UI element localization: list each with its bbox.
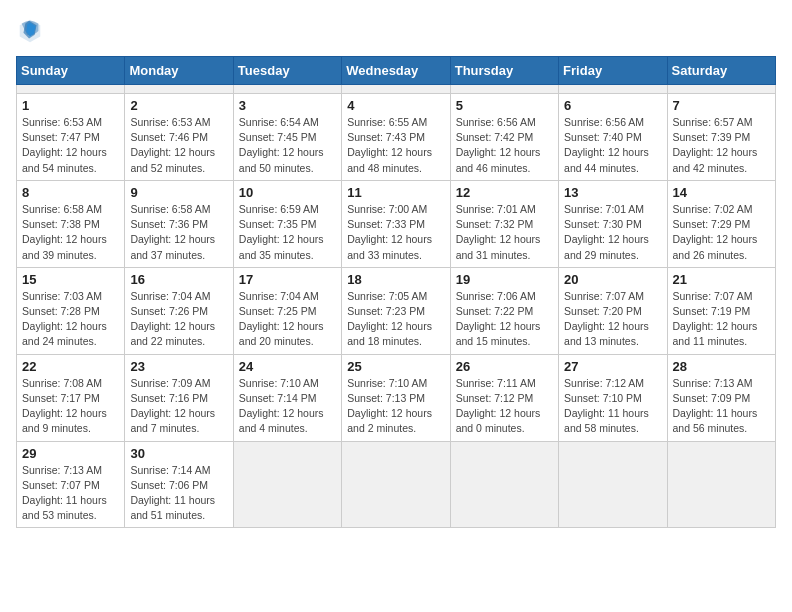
day-info: Sunrise: 6:56 AMSunset: 7:42 PMDaylight:… [456,115,553,176]
calendar-cell: 22Sunrise: 7:08 AMSunset: 7:17 PMDayligh… [17,354,125,441]
calendar-cell: 20Sunrise: 7:07 AMSunset: 7:20 PMDayligh… [559,267,667,354]
day-number: 14 [673,185,770,200]
calendar-cell: 29Sunrise: 7:13 AMSunset: 7:07 PMDayligh… [17,441,125,528]
day-number: 11 [347,185,444,200]
calendar-cell: 2Sunrise: 6:53 AMSunset: 7:46 PMDaylight… [125,94,233,181]
day-info: Sunrise: 6:53 AMSunset: 7:47 PMDaylight:… [22,115,119,176]
day-info: Sunrise: 6:58 AMSunset: 7:36 PMDaylight:… [130,202,227,263]
day-number: 10 [239,185,336,200]
calendar-cell [559,85,667,94]
day-number: 19 [456,272,553,287]
day-number: 20 [564,272,661,287]
calendar-week-0 [17,85,776,94]
calendar-cell: 26Sunrise: 7:11 AMSunset: 7:12 PMDayligh… [450,354,558,441]
calendar-week-5: 29Sunrise: 7:13 AMSunset: 7:07 PMDayligh… [17,441,776,528]
day-number: 1 [22,98,119,113]
day-number: 8 [22,185,119,200]
calendar-cell: 5Sunrise: 6:56 AMSunset: 7:42 PMDaylight… [450,94,558,181]
calendar-cell [17,85,125,94]
day-info: Sunrise: 7:07 AMSunset: 7:19 PMDaylight:… [673,289,770,350]
day-number: 25 [347,359,444,374]
calendar-cell: 21Sunrise: 7:07 AMSunset: 7:19 PMDayligh… [667,267,775,354]
calendar-cell: 15Sunrise: 7:03 AMSunset: 7:28 PMDayligh… [17,267,125,354]
day-info: Sunrise: 7:14 AMSunset: 7:06 PMDaylight:… [130,463,227,524]
logo-icon [16,16,44,44]
calendar-cell: 14Sunrise: 7:02 AMSunset: 7:29 PMDayligh… [667,180,775,267]
day-info: Sunrise: 6:53 AMSunset: 7:46 PMDaylight:… [130,115,227,176]
logo [16,16,48,44]
day-info: Sunrise: 6:55 AMSunset: 7:43 PMDaylight:… [347,115,444,176]
day-info: Sunrise: 7:02 AMSunset: 7:29 PMDaylight:… [673,202,770,263]
day-number: 9 [130,185,227,200]
day-info: Sunrise: 7:04 AMSunset: 7:26 PMDaylight:… [130,289,227,350]
day-number: 23 [130,359,227,374]
calendar-cell [233,85,341,94]
day-number: 15 [22,272,119,287]
calendar-header-saturday: Saturday [667,57,775,85]
calendar-cell: 23Sunrise: 7:09 AMSunset: 7:16 PMDayligh… [125,354,233,441]
calendar-cell: 28Sunrise: 7:13 AMSunset: 7:09 PMDayligh… [667,354,775,441]
day-info: Sunrise: 7:09 AMSunset: 7:16 PMDaylight:… [130,376,227,437]
calendar-cell: 24Sunrise: 7:10 AMSunset: 7:14 PMDayligh… [233,354,341,441]
calendar-cell: 30Sunrise: 7:14 AMSunset: 7:06 PMDayligh… [125,441,233,528]
day-number: 5 [456,98,553,113]
calendar-cell: 3Sunrise: 6:54 AMSunset: 7:45 PMDaylight… [233,94,341,181]
calendar-header-tuesday: Tuesday [233,57,341,85]
day-info: Sunrise: 7:00 AMSunset: 7:33 PMDaylight:… [347,202,444,263]
day-number: 18 [347,272,444,287]
day-number: 21 [673,272,770,287]
calendar-header-thursday: Thursday [450,57,558,85]
day-number: 30 [130,446,227,461]
calendar-header-friday: Friday [559,57,667,85]
day-number: 22 [22,359,119,374]
day-info: Sunrise: 6:56 AMSunset: 7:40 PMDaylight:… [564,115,661,176]
calendar-cell [559,441,667,528]
calendar-cell [667,441,775,528]
day-number: 29 [22,446,119,461]
day-info: Sunrise: 7:08 AMSunset: 7:17 PMDaylight:… [22,376,119,437]
calendar-cell [342,441,450,528]
day-number: 16 [130,272,227,287]
day-info: Sunrise: 6:57 AMSunset: 7:39 PMDaylight:… [673,115,770,176]
day-info: Sunrise: 7:12 AMSunset: 7:10 PMDaylight:… [564,376,661,437]
day-number: 2 [130,98,227,113]
calendar-cell: 4Sunrise: 6:55 AMSunset: 7:43 PMDaylight… [342,94,450,181]
calendar-cell: 7Sunrise: 6:57 AMSunset: 7:39 PMDaylight… [667,94,775,181]
calendar-week-2: 8Sunrise: 6:58 AMSunset: 7:38 PMDaylight… [17,180,776,267]
calendar-header-sunday: Sunday [17,57,125,85]
calendar-cell [667,85,775,94]
day-info: Sunrise: 7:10 AMSunset: 7:13 PMDaylight:… [347,376,444,437]
calendar-week-1: 1Sunrise: 6:53 AMSunset: 7:47 PMDaylight… [17,94,776,181]
calendar-cell: 10Sunrise: 6:59 AMSunset: 7:35 PMDayligh… [233,180,341,267]
calendar-header-row: SundayMondayTuesdayWednesdayThursdayFrid… [17,57,776,85]
day-info: Sunrise: 7:03 AMSunset: 7:28 PMDaylight:… [22,289,119,350]
day-number: 7 [673,98,770,113]
day-info: Sunrise: 6:59 AMSunset: 7:35 PMDaylight:… [239,202,336,263]
calendar-cell: 27Sunrise: 7:12 AMSunset: 7:10 PMDayligh… [559,354,667,441]
day-number: 28 [673,359,770,374]
calendar-week-4: 22Sunrise: 7:08 AMSunset: 7:17 PMDayligh… [17,354,776,441]
calendar-cell [450,85,558,94]
calendar-cell: 25Sunrise: 7:10 AMSunset: 7:13 PMDayligh… [342,354,450,441]
calendar-cell: 8Sunrise: 6:58 AMSunset: 7:38 PMDaylight… [17,180,125,267]
day-info: Sunrise: 7:04 AMSunset: 7:25 PMDaylight:… [239,289,336,350]
day-number: 27 [564,359,661,374]
calendar-cell: 9Sunrise: 6:58 AMSunset: 7:36 PMDaylight… [125,180,233,267]
calendar-header-wednesday: Wednesday [342,57,450,85]
calendar-cell [342,85,450,94]
day-number: 26 [456,359,553,374]
day-info: Sunrise: 7:13 AMSunset: 7:09 PMDaylight:… [673,376,770,437]
day-number: 3 [239,98,336,113]
calendar-cell: 17Sunrise: 7:04 AMSunset: 7:25 PMDayligh… [233,267,341,354]
day-info: Sunrise: 7:07 AMSunset: 7:20 PMDaylight:… [564,289,661,350]
day-number: 13 [564,185,661,200]
day-info: Sunrise: 7:01 AMSunset: 7:32 PMDaylight:… [456,202,553,263]
day-info: Sunrise: 7:13 AMSunset: 7:07 PMDaylight:… [22,463,119,524]
calendar-cell: 11Sunrise: 7:00 AMSunset: 7:33 PMDayligh… [342,180,450,267]
calendar-cell [450,441,558,528]
calendar-table: SundayMondayTuesdayWednesdayThursdayFrid… [16,56,776,528]
day-info: Sunrise: 7:10 AMSunset: 7:14 PMDaylight:… [239,376,336,437]
calendar-week-3: 15Sunrise: 7:03 AMSunset: 7:28 PMDayligh… [17,267,776,354]
calendar-cell: 1Sunrise: 6:53 AMSunset: 7:47 PMDaylight… [17,94,125,181]
day-number: 4 [347,98,444,113]
